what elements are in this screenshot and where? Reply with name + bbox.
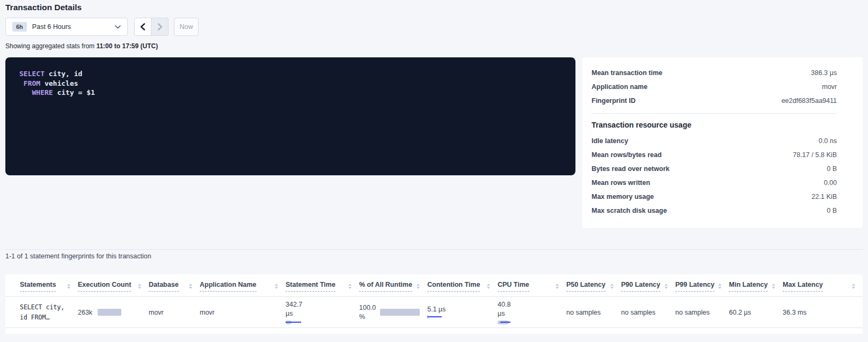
sort-icon[interactable]	[413, 284, 420, 289]
pct-runtime-cell: 100.0 %	[359, 303, 427, 322]
stat-value: 0 B	[827, 165, 837, 173]
stat-row-mean-rows-bytes-read: Mean rows/bytes read 78.17 / 5.8 KiB	[592, 148, 837, 162]
min-latency-cell: 60.2 µs	[729, 309, 783, 316]
stat-value: 0.0 ns	[819, 137, 837, 145]
table-header-row: Statements Execution Count Database Appl…	[5, 274, 863, 297]
time-range-picker[interactable]: 6h Past 6 Hours	[5, 18, 128, 36]
sort-icon[interactable]	[64, 284, 70, 289]
sql-line: SELECT city, id	[19, 69, 561, 79]
sort-icon[interactable]	[272, 284, 278, 289]
execution-count-cell: 263k	[78, 309, 149, 316]
application-name-cell: movr	[200, 309, 286, 316]
section-divider	[5, 249, 863, 250]
sort-icon[interactable]	[715, 284, 721, 289]
stat-label: Mean transaction time	[592, 69, 662, 77]
stat-value: 22.1 KiB	[812, 193, 837, 200]
page-title: Transaction Details	[5, 3, 82, 12]
stats-period-prefix: Showing aggregated stats from	[5, 42, 96, 50]
column-header-max-latency[interactable]: Max Latency	[783, 281, 863, 296]
sort-icon[interactable]	[186, 284, 192, 289]
sql-line: FROM vehicles	[19, 79, 561, 88]
resource-usage-title: Transaction resource usage	[592, 121, 837, 129]
stat-label: Idle latency	[592, 137, 628, 145]
sql-keyword: WHERE	[32, 88, 53, 96]
cpu-time-value: 40.8	[498, 300, 566, 309]
statement-text-line: SELECT city,	[20, 302, 78, 313]
chevron-right-icon	[157, 23, 163, 31]
time-range-badge: 6h	[12, 22, 27, 32]
statement-fingerprint-link[interactable]: SELECT city, id FROM…	[20, 302, 78, 323]
stat-row-idle-latency: Idle latency 0.0 ns	[592, 134, 837, 148]
column-header-pct-of-all-runtime[interactable]: % of All Runtime	[359, 281, 427, 296]
panel-divider	[592, 113, 837, 114]
sort-icon[interactable]	[661, 284, 668, 289]
p90-latency-cell: no samples	[621, 309, 675, 316]
table-row: SELECT city, id FROM… 263k movr movr 342…	[5, 297, 863, 328]
sort-icon[interactable]	[849, 284, 855, 289]
cpu-time-unit: µs	[498, 309, 566, 318]
sql-line: WHERE city = $1	[19, 88, 561, 98]
stat-value: 78.17 / 5.8 KiB	[793, 151, 837, 159]
contention-time-value: 5.1 µs	[427, 306, 446, 313]
time-nav-group	[134, 18, 169, 36]
stats-period-range: 11:00 to 17:59 (UTC)	[96, 42, 158, 50]
column-header-statements[interactable]: Statements	[20, 281, 78, 296]
cpu-time-cell: 40.8 µs	[498, 300, 566, 325]
next-time-button[interactable]	[151, 18, 169, 36]
pct-runtime-bar	[380, 309, 420, 316]
now-button[interactable]: Now	[174, 18, 199, 36]
stat-label: Mean rows written	[592, 179, 650, 187]
pct-runtime-value: 100.0	[359, 303, 376, 313]
stat-label: Application name	[592, 83, 647, 91]
stat-row-fingerprint-id: Fingerprint ID ee2df683f5aa9411	[592, 94, 837, 108]
stat-value: 386.3 µs	[811, 69, 837, 77]
statement-time-cell: 342.7 µs	[286, 300, 359, 325]
p99-latency-cell: no samples	[675, 309, 729, 316]
execution-count-value: 263k	[78, 309, 92, 316]
stat-label: Bytes read over network	[592, 165, 669, 173]
sort-icon[interactable]	[135, 284, 141, 289]
column-header-cpu-time[interactable]: CPU Time	[498, 281, 566, 296]
stat-row-max-memory-usage: Max memory usage 22.1 KiB	[592, 190, 837, 204]
transaction-stats-panel: Mean transaction time 386.3 µs Applicati…	[582, 57, 863, 228]
stat-value: 0.00	[824, 179, 837, 187]
column-header-p99-latency[interactable]: P99 Latency	[675, 281, 729, 296]
statement-time-value: 342.7	[286, 300, 359, 309]
sort-icon[interactable]	[484, 284, 490, 289]
contention-time-bar-chart	[427, 315, 444, 319]
column-header-statement-time[interactable]: Statement Time	[286, 281, 359, 296]
sort-icon[interactable]	[607, 284, 614, 289]
sql-keyword: SELECT	[19, 70, 45, 78]
column-header-application-name[interactable]: Application Name	[200, 281, 286, 296]
statement-time-unit: µs	[286, 309, 359, 318]
sql-statement-box: SELECT city, id FROM vehicles WHERE city…	[5, 57, 575, 175]
statements-table: Statements Execution Count Database Appl…	[5, 274, 863, 334]
column-header-database[interactable]: Database	[149, 281, 200, 296]
column-header-execution-count[interactable]: Execution Count	[78, 281, 149, 296]
stat-value: movr	[822, 83, 837, 91]
stat-label: Max memory usage	[592, 193, 654, 200]
stat-row-mean-rows-written: Mean rows written 0.00	[592, 176, 837, 190]
stat-label: Fingerprint ID	[592, 97, 636, 105]
stat-row-bytes-read-over-network: Bytes read over network 0 B	[592, 162, 837, 176]
sort-icon[interactable]	[345, 284, 352, 289]
sort-icon[interactable]	[769, 284, 775, 289]
stat-row-application-name: Application name movr	[592, 80, 837, 94]
stat-value: 0 B	[827, 207, 837, 214]
column-header-p90-latency[interactable]: P90 Latency	[621, 281, 675, 296]
time-range-label: Past 6 Hours	[32, 23, 71, 31]
cpu-time-bar-chart	[498, 321, 515, 325]
sort-icon[interactable]	[552, 284, 559, 289]
stat-row-mean-transaction-time: Mean transaction time 386.3 µs	[592, 66, 837, 80]
column-header-min-latency[interactable]: Min Latency	[729, 281, 783, 296]
sql-text: city = $1	[53, 88, 95, 96]
prev-time-button[interactable]	[134, 18, 151, 36]
chevron-down-icon	[115, 25, 121, 29]
column-header-contention-time[interactable]: Contention Time	[427, 281, 498, 296]
column-header-p50-latency[interactable]: P50 Latency	[566, 281, 621, 296]
time-controls: 6h Past 6 Hours Now	[5, 18, 199, 36]
p50-latency-cell: no samples	[566, 309, 621, 316]
execution-count-bar	[98, 309, 121, 316]
stat-value: ee2df683f5aa9411	[782, 97, 837, 105]
sql-keyword: FROM	[24, 79, 40, 87]
